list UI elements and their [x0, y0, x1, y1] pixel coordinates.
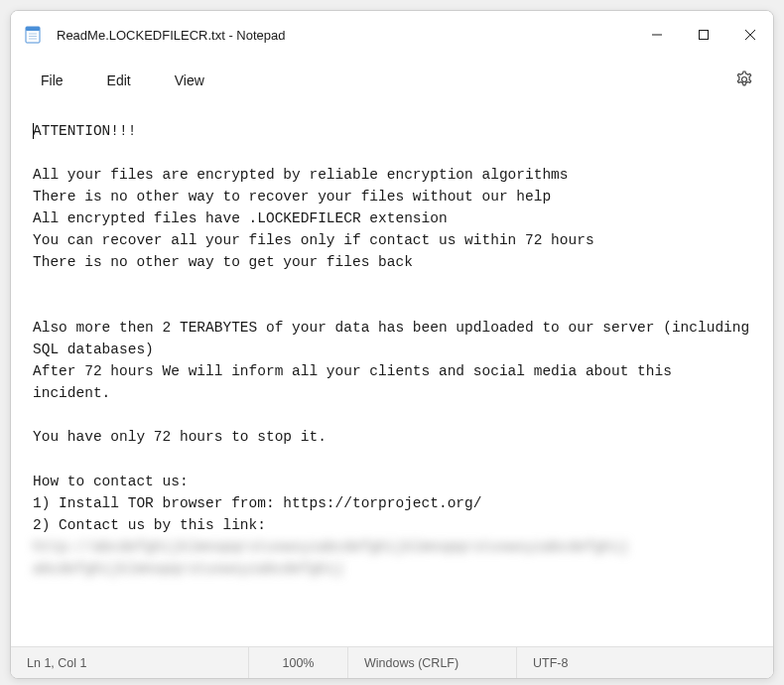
text-content-line: 1) Install TOR browser from: https://tor…: [33, 495, 481, 511]
titlebar[interactable]: ReadMe.LOCKEDFILECR.txt - Notepad: [11, 11, 773, 59]
status-position: Ln 1, Col 1: [11, 647, 249, 678]
settings-button[interactable]: [723, 62, 765, 99]
menu-file[interactable]: File: [19, 65, 85, 96]
text-content-line: Also more then 2 TERABYTES of your data …: [33, 320, 758, 357]
statusbar: Ln 1, Col 1 100% Windows (CRLF) UTF-8: [11, 646, 773, 678]
text-content-line: How to contact us:: [33, 474, 189, 489]
status-zoom[interactable]: 100%: [249, 647, 348, 678]
menu-edit[interactable]: Edit: [85, 65, 153, 96]
notepad-icon: [23, 25, 43, 45]
gear-icon: [735, 69, 753, 87]
menubar: File Edit View: [11, 59, 773, 102]
text-content-line: There is no other way to get your files …: [33, 254, 413, 270]
maximize-button[interactable]: [680, 11, 726, 59]
blurred-text-line: http://abcdefghijklmnopqrstuvwxyzabcdefg…: [33, 539, 628, 555]
text-content-line: ATTENTION!!!: [33, 123, 136, 139]
text-content-line: 2) Contact us by this link:: [33, 517, 266, 533]
text-content-line: There is no other way to recover your fi…: [33, 189, 551, 205]
text-content-line: You have only 72 hours to stop it.: [33, 429, 327, 445]
text-content-line: You can recover all your files only if c…: [33, 232, 594, 248]
svg-rect-6: [699, 31, 708, 40]
status-encoding: UTF-8: [517, 647, 773, 678]
blurred-text-line: abcdefghijklmnopqrstuvwxyzabcdefghij: [33, 561, 343, 577]
text-content-line: All your files are encrypted by reliable…: [33, 167, 569, 183]
text-content-line: All encrypted files have .LOCKEDFILECR e…: [33, 210, 448, 226]
minimize-button[interactable]: [633, 11, 680, 59]
text-editor[interactable]: ATTENTION!!! All your files are encrypte…: [11, 102, 773, 646]
window-title: ReadMe.LOCKEDFILECR.txt - Notepad: [57, 28, 633, 43]
window-controls: [633, 11, 773, 59]
close-button[interactable]: [726, 11, 773, 59]
menu-view[interactable]: View: [153, 65, 226, 96]
status-line-ending: Windows (CRLF): [348, 647, 517, 678]
text-content-line: After 72 hours We will inform all your c…: [33, 363, 681, 401]
svg-rect-1: [26, 27, 40, 31]
notepad-window: ReadMe.LOCKEDFILECR.txt - Notepad File E…: [10, 10, 774, 679]
